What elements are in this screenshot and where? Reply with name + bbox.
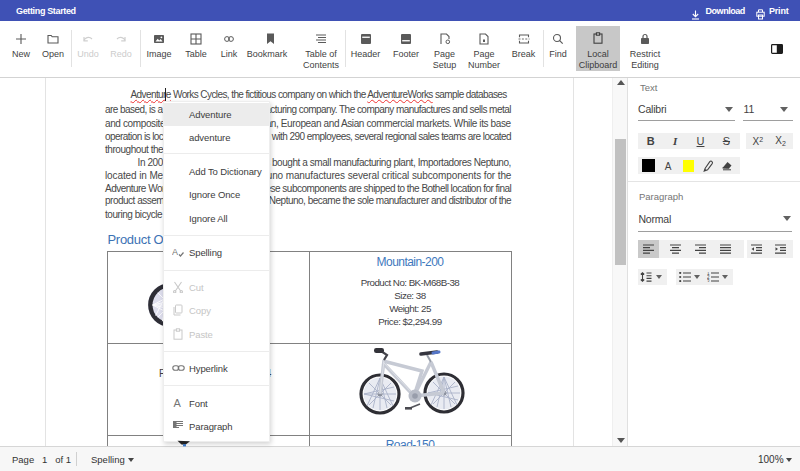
svg-text:A: A [172, 247, 178, 257]
svg-text:A: A [174, 397, 182, 409]
svg-text:3: 3 [707, 278, 710, 281]
